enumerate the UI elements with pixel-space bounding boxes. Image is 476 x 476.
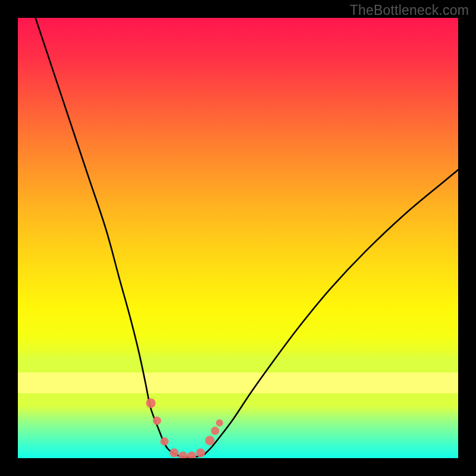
attribution-text: TheBottleneck.com — [350, 2, 469, 18]
curve-layer — [18, 18, 458, 458]
chart-frame: TheBottleneck.com — [0, 0, 476, 476]
marker-point — [160, 437, 168, 446]
marker-point — [146, 399, 155, 408]
marker-point — [211, 427, 220, 435]
marker-point — [170, 449, 178, 458]
marker-point — [216, 419, 223, 427]
marker-point — [178, 452, 187, 458]
marker-point — [205, 436, 215, 445]
plot-area — [18, 18, 458, 458]
marker-point — [153, 416, 161, 425]
bottleneck-curve — [36, 18, 458, 458]
marker-point — [196, 449, 205, 458]
marker-point — [187, 452, 196, 458]
